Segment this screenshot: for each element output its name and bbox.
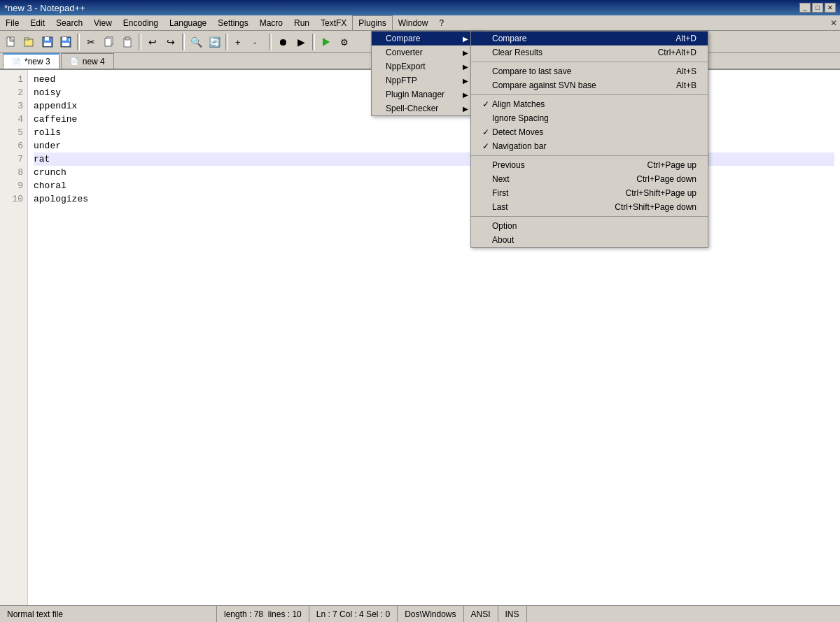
svg-text:+: + [235, 37, 241, 48]
compare-first[interactable]: First Ctrl+Shift+Page up [471, 186, 708, 200]
plugins-nppexport[interactable]: NppExport ▶ [372, 59, 482, 73]
menu-encoding[interactable]: Encoding [118, 15, 164, 30]
toolbar-paste[interactable] [119, 34, 136, 50]
plugins-dropdown: Compare ▶ Converter ▶ NppExport ▶ NppFTP… [371, 31, 483, 116]
svg-marker-18 [323, 38, 330, 46]
status-length: length : 78 lines : 10 [217, 606, 309, 622]
toolbar-open[interactable] [21, 34, 38, 50]
tab-new3[interactable]: 📄 *new 3 [3, 53, 59, 69]
menu-search[interactable]: Search [50, 15, 88, 30]
converter-arrow: ▶ [463, 49, 468, 57]
toolbar-save[interactable] [39, 34, 56, 50]
editor-line-5: rolls [34, 126, 834, 139]
toolbar-sep-6 [312, 34, 315, 50]
svg-rect-10 [62, 43, 69, 46]
compare-sep-3 [471, 155, 708, 156]
close-button[interactable]: ✕ [825, 3, 836, 13]
svg-rect-15 [125, 37, 130, 40]
menu-edit[interactable]: Edit [24, 15, 50, 30]
tab-new4[interactable]: 📄 new 4 [61, 53, 114, 69]
toolbar-sep-3 [182, 34, 185, 50]
toolbar-macro-record[interactable]: ⏺ [274, 34, 291, 50]
toolbar-new[interactable] [3, 34, 20, 50]
menu-bar: File Edit Search View Encoding Language … [0, 15, 840, 31]
svg-rect-9 [62, 37, 66, 41]
menu-language[interactable]: Language [164, 15, 212, 30]
compare-align-matches[interactable]: ✓ Align Matches [471, 97, 708, 111]
menu-window[interactable]: Window [393, 15, 434, 30]
menu-run[interactable]: Run [288, 15, 315, 30]
status-position: Ln : 7 Col : 4 Sel : 0 [309, 606, 398, 622]
compare-about[interactable]: About [471, 233, 708, 247]
toolbar-sep-4 [225, 34, 228, 50]
plugins-manager[interactable]: Plugin Manager ▶ [372, 87, 482, 101]
compare-option[interactable]: Option [471, 219, 708, 233]
compare-ignore-spacing[interactable]: Ignore Spacing [471, 111, 708, 125]
title-bar: *new 3 - Notepad++ _ □ ✕ [0, 0, 840, 15]
compare-navigation-bar[interactable]: ✓ Navigation bar [471, 139, 708, 153]
toolbar-sep-5 [269, 34, 272, 50]
svg-rect-4 [24, 38, 29, 40]
status-file-type: Normal text file [0, 606, 217, 622]
compare-against-svn[interactable]: Compare against SVN base Alt+B [471, 78, 708, 92]
compare-sep-1 [471, 62, 708, 62]
editor-area: 1 2 3 4 5 6 7 8 9 10 need noisy appendix… [0, 70, 840, 605]
svg-text:-: - [253, 37, 256, 48]
compare-compare[interactable]: Compare Alt+D [471, 31, 708, 45]
compare-previous[interactable]: Previous Ctrl+Page up [471, 158, 708, 172]
compare-arrow: ▶ [463, 35, 468, 43]
menu-plugins[interactable]: Plugins [352, 15, 392, 30]
toolbar-save-all[interactable] [57, 34, 74, 50]
compare-last[interactable]: Last Ctrl+Shift+Page down [471, 200, 708, 214]
status-line-ending: Dos\Windows [398, 606, 463, 622]
toolbar-redo[interactable]: ↪ [162, 34, 179, 50]
compare-submenu: Compare Alt+D Clear Results Ctrl+Alt+D C… [470, 31, 708, 248]
title-bar-controls: _ □ ✕ [799, 3, 836, 13]
toolbar-zoom-in[interactable]: + [231, 34, 248, 50]
maximize-button[interactable]: □ [812, 3, 823, 13]
plugins-spellchecker[interactable]: Spell-Checker ▶ [372, 101, 482, 115]
spellchecker-arrow: ▶ [463, 105, 468, 113]
toolbar-replace[interactable]: 🔄 [206, 34, 223, 50]
compare-to-last-save[interactable]: Compare to last save Alt+S [471, 64, 708, 78]
plugins-nppftp[interactable]: NppFTP ▶ [372, 73, 482, 87]
compare-clear-results[interactable]: Clear Results Ctrl+Alt+D [471, 45, 708, 59]
menu-help[interactable]: ? [433, 15, 449, 30]
toolbar-run[interactable] [318, 34, 335, 50]
compare-next[interactable]: Next Ctrl+Page down [471, 172, 708, 186]
minimize-button[interactable]: _ [799, 3, 811, 13]
tab-icon-new4: 📄 [70, 57, 78, 65]
toolbar-copy[interactable] [101, 34, 118, 50]
editor-line-6: under [34, 139, 834, 153]
toolbar-macro-play[interactable]: ▶ [293, 34, 309, 50]
editor-line-7: rat [34, 153, 834, 166]
menu-view[interactable]: View [88, 15, 118, 30]
menu-settings[interactable]: Settings [212, 15, 253, 30]
menu-textfx[interactable]: TextFX [315, 15, 352, 30]
toolbar-extra[interactable]: ⚙ [336, 34, 353, 50]
status-bar: Normal text file length : 78 lines : 10 … [0, 605, 840, 622]
svg-rect-13 [105, 38, 111, 46]
editor-line-9: choral [34, 179, 834, 192]
menu-close-icon[interactable]: ✕ [830, 18, 837, 28]
plugins-converter[interactable]: Converter ▶ [372, 45, 482, 59]
compare-detect-moves[interactable]: ✓ Detect Moves [471, 125, 708, 139]
editor-line-10: apologizes [34, 192, 834, 206]
nppexport-arrow: ▶ [463, 63, 468, 71]
editor-content[interactable]: need noisy appendix caffeine rolls under… [28, 70, 840, 605]
editor-line-8: crunch [34, 166, 834, 179]
toolbar-sep-1 [77, 34, 80, 50]
status-encoding: ANSI [464, 606, 498, 622]
toolbar-cut[interactable]: ✂ [83, 34, 99, 50]
menu-macro[interactable]: Macro [254, 15, 288, 30]
nppftp-arrow: ▶ [463, 77, 468, 85]
toolbar-zoom-out[interactable]: - [249, 34, 266, 50]
tab-icon-new3: 📄 [12, 58, 20, 66]
menu-file[interactable]: File [0, 15, 24, 30]
compare-sep-4 [471, 216, 708, 217]
tab-label-new4: new 4 [83, 57, 105, 66]
toolbar-find[interactable]: 🔍 [188, 34, 204, 50]
plugins-compare[interactable]: Compare ▶ [372, 31, 482, 45]
svg-rect-7 [44, 43, 51, 46]
toolbar-undo[interactable]: ↩ [144, 34, 161, 50]
